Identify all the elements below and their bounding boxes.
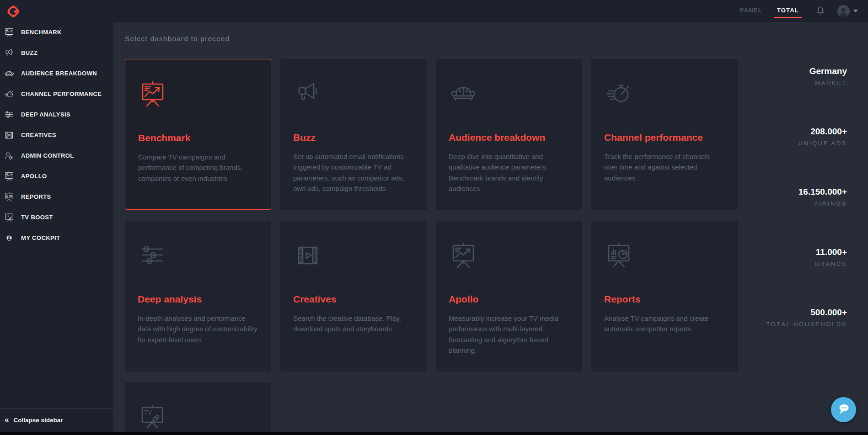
view-tabs: PANEL TOTAL: [739, 4, 800, 18]
stat-value: Germany: [766, 66, 847, 76]
card-description: Deep dive into quantitative and qualitat…: [449, 151, 569, 194]
stat-label: TOTAL HOUSEHOLDS: [766, 321, 847, 328]
sidebar: BENCHMARK BUZZ AUDIENCE BREAKDOWN CHANNE…: [0, 22, 113, 435]
card-title: Benchmark: [138, 133, 258, 143]
brand-logo[interactable]: [6, 4, 21, 19]
user-menu[interactable]: [837, 5, 858, 17]
sidebar-item-label: DEEP ANALYSIS: [21, 111, 70, 118]
user-circle-icon: [4, 233, 15, 244]
card-title: Creatives: [293, 294, 414, 305]
stopwatch-icon: [4, 89, 15, 100]
sidebar-item-label: TV BOOST: [21, 214, 53, 221]
sofa-icon: [4, 68, 15, 79]
top-bar: PANEL TOTAL: [0, 0, 868, 22]
sidebar-item-label: BENCHMARK: [21, 29, 62, 36]
caret-down-icon: [853, 10, 858, 12]
chevron-double-left-icon: «: [5, 415, 9, 424]
card-title: Deep analysis: [138, 294, 258, 305]
dashboard-card[interactable]: Benchmark Compare TV campaigns and perfo…: [125, 59, 271, 210]
card-title: Reports: [604, 294, 725, 305]
stat-block: 500.000+ TOTAL HOUSEHOLDS: [766, 308, 847, 328]
sidebar-item[interactable]: REPORTS: [0, 186, 113, 207]
card-description: Track the performance of channels over t…: [604, 151, 725, 183]
presentation-chart-icon: [138, 80, 167, 109]
card-title: Buzz: [293, 132, 414, 143]
dashboard-card[interactable]: Channel performance Track the performanc…: [591, 59, 738, 210]
stat-label: BRANDS: [766, 260, 847, 267]
stat-label: UNIQUE ADS: [766, 140, 847, 147]
card-title: Channel performance: [604, 132, 725, 143]
sidebar-item[interactable]: CHANNEL PERFORMANCE: [0, 84, 113, 104]
chat-widget-button[interactable]: [831, 397, 856, 422]
card-title: Audience breakdown: [449, 132, 569, 143]
card-description: Compare TV campaigns and performance of …: [138, 152, 258, 184]
stat-value: 208.000+: [766, 127, 847, 137]
user-avatar: [837, 5, 850, 17]
chat-bubble-icon: [836, 402, 852, 418]
tv-rocket-icon: TV: [4, 212, 15, 223]
notification-bell-icon[interactable]: [815, 5, 825, 16]
filmstrip-icon: [4, 130, 15, 141]
megaphone-icon: [4, 48, 15, 58]
dashboard-card[interactable]: Apollo Measurably increase your TV media…: [436, 221, 582, 371]
card-description: Measurably increase your TV media perfor…: [449, 313, 569, 355]
stat-label: MARKET: [766, 80, 847, 86]
collapse-sidebar-label: Collapse sidebar: [13, 417, 63, 424]
sidebar-item[interactable]: TV TV BOOST: [0, 207, 113, 228]
presentation-chart-icon: [4, 27, 15, 38]
stat-value: 500.000+: [766, 308, 847, 318]
sidebar-item-label: AUDIENCE BREAKDOWN: [21, 70, 97, 77]
sidebar-item[interactable]: APOLLO: [0, 166, 113, 186]
dashboard-card[interactable]: Creatives Search the creative database. …: [280, 221, 427, 371]
svg-text:TV: TV: [6, 214, 9, 217]
dashboard-card-grid: Benchmark Compare TV campaigns and perfo…: [125, 59, 868, 435]
presentation-report-icon: [4, 191, 15, 202]
main-content: Select dashboard to proceed Benchmark Co…: [113, 22, 868, 435]
sidebar-item-label: BUZZ: [21, 49, 38, 56]
dashboard-card[interactable]: Reports Analyse TV campaigns and create …: [591, 221, 738, 371]
dashboard-card[interactable]: Audience breakdown Deep dive into quanti…: [436, 59, 582, 210]
sidebar-item[interactable]: MY COCKPIT: [0, 228, 113, 248]
sidebar-item-label: MY COCKPIT: [21, 234, 60, 241]
sliders-icon: [138, 241, 167, 270]
sidebar-item-label: REPORTS: [21, 193, 51, 200]
sidebar-item-label: CREATIVES: [21, 132, 56, 138]
tab-total[interactable]: TOTAL: [776, 4, 800, 18]
sidebar-item-label: APOLLO: [21, 173, 47, 180]
filmstrip-icon: [293, 241, 322, 270]
tv-rocket-icon: TV: [138, 403, 167, 432]
presentation-chart-icon: [449, 241, 478, 270]
sidebar-item[interactable]: ADMIN CONTROL: [0, 145, 113, 166]
stat-block: 16.150.000+ AIRINGS: [766, 187, 847, 207]
sidebar-item[interactable]: CREATIVES: [0, 125, 113, 145]
sliders-icon: [4, 109, 15, 120]
card-description: In-depth analyses and performance data w…: [138, 313, 258, 345]
stat-value: 16.150.000+: [766, 187, 847, 197]
dashboard-card[interactable]: Buzz Set up automated email notification…: [280, 59, 427, 210]
sofa-icon: [449, 79, 478, 108]
card-description: Analyse TV campaigns and create automati…: [604, 313, 725, 334]
presentation-chart-icon: [4, 171, 15, 182]
collapse-sidebar-button[interactable]: « Collapse sidebar: [0, 408, 113, 432]
tab-panel[interactable]: PANEL: [739, 4, 763, 18]
sidebar-item[interactable]: BUZZ: [0, 42, 113, 63]
stopwatch-icon: [604, 79, 633, 108]
megaphone-icon: [293, 79, 322, 108]
stat-block: 11.000+ BRANDS: [766, 247, 847, 267]
sidebar-item[interactable]: DEEP ANALYSIS: [0, 104, 113, 125]
stat-block: 208.000+ UNIQUE ADS: [766, 127, 847, 147]
svg-text:TV: TV: [144, 409, 153, 416]
sidebar-item[interactable]: BENCHMARK: [0, 22, 113, 42]
user-gear-icon: [4, 150, 15, 161]
sidebar-item-label: ADMIN CONTROL: [21, 152, 74, 159]
card-title: Apollo: [449, 294, 569, 305]
presentation-report-icon: [604, 241, 633, 270]
stat-block: Germany MARKET: [766, 66, 847, 86]
dashboard-card[interactable]: TV: [125, 382, 271, 435]
sidebar-item[interactable]: AUDIENCE BREAKDOWN: [0, 63, 113, 84]
sidebar-item-label: CHANNEL PERFORMANCE: [21, 90, 102, 97]
dashboard-card[interactable]: Deep analysis In-depth analyses and perf…: [125, 221, 271, 371]
stat-value: 11.000+: [766, 247, 847, 257]
stat-label: AIRINGS: [766, 200, 847, 207]
sidebar-nav: BENCHMARK BUZZ AUDIENCE BREAKDOWN CHANNE…: [0, 22, 113, 248]
